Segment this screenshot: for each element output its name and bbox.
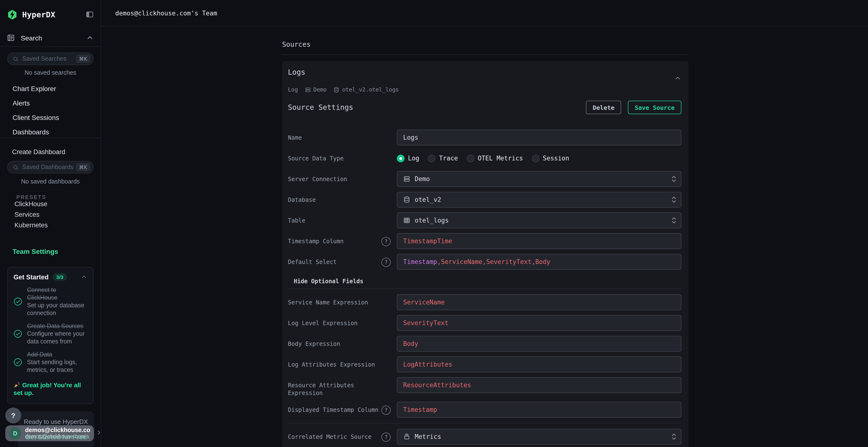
radio-option-otel-metrics[interactable]: OTEL Metrics [467,154,523,162]
chevron-up-icon[interactable] [81,274,87,280]
select-chevrons-icon [671,196,677,204]
log-attributes-expression-input[interactable]: LogAttributes [397,356,681,372]
body-expression-input[interactable]: Body [397,336,681,352]
service-name-expression-input[interactable]: ServiceName [397,294,681,310]
displayed-timestamp-column-input[interactable]: Timestamp [397,402,681,418]
sidebar-item-chart-explorer[interactable]: Chart Explorer [0,79,101,94]
get-started-item-title[interactable]: Connect to ClickHouse [27,286,87,302]
log-level-expression-input[interactable]: SeverityText [397,315,681,331]
logo-row: HyperDX [0,0,101,29]
source-meta-text: otel_v2.otel_logs [342,86,399,93]
radio-option-trace[interactable]: Trace [428,154,458,162]
delete-button[interactable]: Delete [586,101,621,114]
saved-searches-input[interactable]: Saved Searches ⌘K [7,53,94,65]
code-token: Body [403,340,418,347]
help-icon[interactable]: ? [381,406,391,415]
preset-item-kubernetes[interactable]: Kubernetes [0,220,101,230]
sidebar-item-team-settings[interactable]: Team Settings [0,242,101,256]
radio-selected-icon[interactable] [397,154,405,162]
radio-unselected-icon[interactable] [467,154,474,162]
field-label: Body Expression [288,341,340,347]
server-connection-select[interactable]: Demo [397,171,681,187]
hide-optional-fields-toggle[interactable]: Hide Optional Fields [294,278,681,285]
field-row-table: Table otel_logs [288,212,681,228]
select-chevrons-icon [671,175,677,183]
settings-title: Source Settings [288,103,353,112]
collapse-card-icon[interactable] [674,75,681,82]
code-token: ServiceName [403,299,444,306]
get-started-item: Add Data Start sending logs, metrics, or… [13,351,87,374]
code-token: SeverityText [486,258,531,265]
party-popper-icon [13,381,20,388]
resource-attributes-expression-input[interactable]: ResourceAttributes [397,377,681,393]
field-label: Database [288,197,316,203]
source-card-logs: Logs LogDemootel_v2.otel_logs Source Set… [282,61,689,447]
search-section-icon [7,34,15,42]
presets-toggle[interactable]: PRESETS [0,191,101,199]
select-chevrons-icon [671,216,677,225]
sidebar-item-client-sessions[interactable]: Client Sessions [0,108,101,122]
chevron-up-icon[interactable] [86,34,94,42]
code-token: , [531,258,535,265]
field-label: Displayed Timestamp Column [288,407,378,413]
get-started-item: Connect to ClickHouse Set up your databa… [13,286,87,317]
source-data-type-radio-group: Log Trace OTEL Metrics Session [397,150,681,166]
source-meta-text: Demo [313,86,327,93]
progress-badge: 3/3 [53,273,67,281]
create-dashboard-button[interactable]: Create Dashboard [0,143,101,157]
database-select[interactable]: otel_v2 [397,192,681,208]
saved-dashboards-placeholder: Saved Dashboards [22,164,76,171]
field-label: Source Data Type [288,155,344,162]
source-title: Logs [288,68,305,77]
get-started-item: Create Data Sources Configure where your… [13,322,87,345]
field-label: Timestamp Column [288,238,344,245]
field-label: Service Name Expression [288,299,368,306]
chevron-right-icon[interactable] [95,429,102,436]
check-circle-icon [13,330,22,338]
select-value: otel_logs [415,217,449,224]
table-select[interactable]: otel_logs [397,212,681,228]
radio-option-session[interactable]: Session [532,154,569,162]
kbd-shortcut: ⌘K [76,55,90,63]
get-started-item-title[interactable]: Create Data Sources [27,322,87,330]
code-token: TimestampTime [403,238,452,245]
sidebar-section-search[interactable]: Search [0,29,101,46]
code-token: LogAttributes [403,361,452,368]
radio-unselected-icon[interactable] [428,154,436,162]
collapse-sidebar-icon[interactable] [85,10,94,19]
help-icon[interactable]: ? [381,433,391,442]
get-started-header[interactable]: Get Started 3/3 [13,273,87,281]
saved-dashboards-input[interactable]: Saved Dashboards ⌘K [7,161,94,173]
field-label: Default Select [288,259,337,265]
preset-item-services[interactable]: Services [0,209,101,220]
help-icon[interactable]: ? [381,237,391,246]
divider [0,138,101,138]
field-row-source-data-type: Source Data Type Log Trace OTEL Metrics … [288,150,681,166]
field-label: Server Connection [288,176,347,182]
source-meta-item: Demo [305,86,327,93]
help-button[interactable]: ? [5,408,21,423]
sidebar-item-alerts[interactable]: Alerts [0,94,101,108]
default-select-input[interactable]: Timestamp,ServiceName,SeverityText,Body [397,254,681,270]
sidebar-item-dashboards[interactable]: Dashboards [0,122,101,137]
check-circle-icon [13,358,22,367]
help-icon[interactable]: ? [381,258,391,267]
radio-unselected-icon[interactable] [532,154,539,162]
name-input[interactable]: Logs [397,130,681,145]
no-saved-dashboards-text: No saved dashboards [0,178,101,185]
radio-option-log[interactable]: Log [397,154,419,162]
get-started-item-title[interactable]: Add Data [27,351,87,358]
kbd-shortcut: ⌘K [76,163,90,171]
code-token: , [483,258,486,265]
get-started-card: Get Started 3/3 Connect to ClickHouse Se… [7,267,94,404]
field-row-body-expression: Body ExpressionBody [288,336,681,352]
timestamp-column-input[interactable]: TimestampTime [397,233,681,249]
field-label: Correlated Metric Source [288,434,372,440]
correlated-metric-source-select[interactable]: Metrics [397,429,681,445]
search-icon [12,164,19,170]
get-started-item-desc: Set up your database connection [27,302,87,317]
code-token: Timestamp [403,258,437,265]
get-started-item-desc: Start sending logs, metrics, or traces [27,358,87,374]
save-source-button[interactable]: Save Source [628,101,681,114]
user-menu[interactable]: D demos@clickhouse.com demos@clickhouse.… [5,425,94,441]
